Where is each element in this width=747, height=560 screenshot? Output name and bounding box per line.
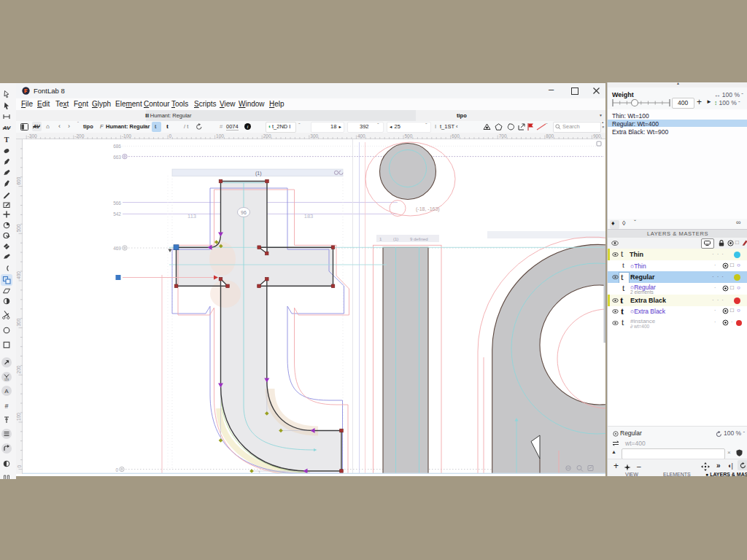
svg-text:(1): (1) bbox=[393, 237, 398, 241]
svg-text:9 defined: 9 defined bbox=[410, 237, 428, 241]
svg-text:469: 469 bbox=[113, 246, 121, 251]
svg-text:600: 600 bbox=[17, 176, 22, 184]
svg-text:96: 96 bbox=[241, 210, 247, 215]
svg-text:566: 566 bbox=[113, 201, 121, 206]
svg-text:183: 183 bbox=[304, 213, 314, 219]
svg-text:(-18, -163): (-18, -163) bbox=[416, 206, 440, 212]
svg-text:700: 700 bbox=[499, 133, 507, 139]
svg-text:113: 113 bbox=[187, 213, 196, 219]
svg-text:300: 300 bbox=[17, 318, 22, 326]
svg-text:0: 0 bbox=[17, 465, 22, 468]
svg-text:200: 200 bbox=[17, 365, 22, 373]
svg-text:(1): (1) bbox=[255, 171, 262, 176]
svg-text:#: # bbox=[4, 402, 8, 410]
svg-text:100: 100 bbox=[216, 133, 224, 139]
svg-text:100: 100 bbox=[17, 413, 22, 421]
svg-text:-300: -300 bbox=[28, 133, 37, 139]
svg-text:800: 800 bbox=[546, 133, 554, 139]
svg-text:123: 123 bbox=[4, 378, 9, 381]
svg-text:500: 500 bbox=[17, 224, 22, 232]
svg-text:663: 663 bbox=[113, 155, 121, 160]
svg-text:300: 300 bbox=[310, 133, 318, 139]
svg-text:A: A bbox=[4, 388, 9, 394]
svg-text:400: 400 bbox=[357, 133, 365, 139]
svg-text:0: 0 bbox=[169, 133, 172, 139]
svg-text:AV: AV bbox=[2, 125, 11, 131]
svg-text:542: 542 bbox=[113, 211, 121, 217]
svg-text:-100: -100 bbox=[122, 133, 131, 139]
svg-text:200: 200 bbox=[263, 133, 271, 139]
svg-text:500: 500 bbox=[405, 133, 413, 139]
svg-text:0: 0 bbox=[115, 467, 118, 472]
svg-text:686: 686 bbox=[113, 144, 121, 149]
svg-text:400: 400 bbox=[17, 271, 22, 279]
svg-text:-200: -200 bbox=[74, 133, 84, 139]
svg-text:900: 900 bbox=[593, 133, 601, 139]
svg-text:600: 600 bbox=[452, 133, 460, 139]
svg-text:T: T bbox=[4, 136, 9, 144]
